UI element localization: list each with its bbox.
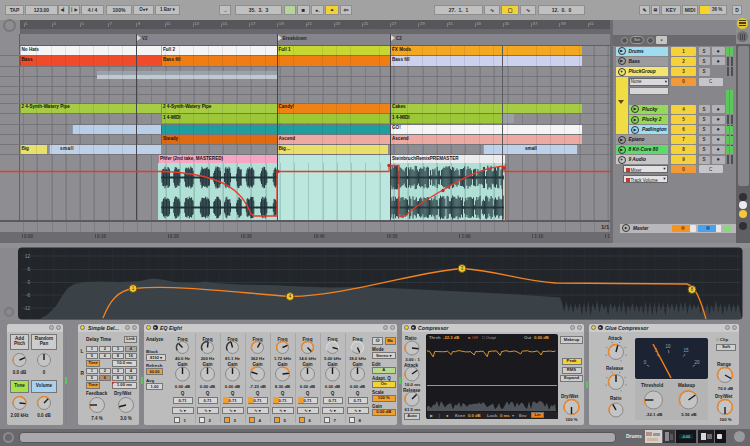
svg-text:15: 15 xyxy=(683,348,689,353)
svg-text:10: 10 xyxy=(665,344,671,349)
svg-text:0: 0 xyxy=(644,360,647,365)
svg-text:20: 20 xyxy=(694,360,700,365)
